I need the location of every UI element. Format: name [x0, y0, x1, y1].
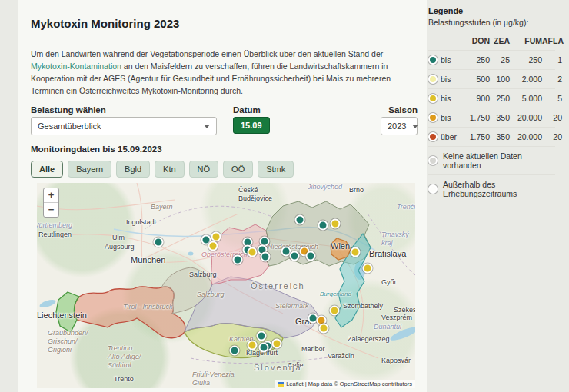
- legend-row: bis9002505.0005: [428, 89, 555, 108]
- legend-value-don: 500: [461, 75, 490, 84]
- map-label: Veszprém: [381, 314, 412, 322]
- legend-level-dot-l5: [428, 132, 438, 141]
- map-label: Brno: [349, 186, 364, 194]
- monitoring-marker-l1[interactable]: [295, 215, 305, 225]
- monitoring-marker-l3[interactable]: [248, 341, 258, 350]
- tab-bgld[interactable]: Bgld: [116, 161, 150, 178]
- saison-selected-value: 2023: [388, 121, 406, 131]
- legend-level-dot-l3: [428, 94, 438, 103]
- monitoring-marker-l1[interactable]: [306, 251, 316, 261]
- tab-ktn[interactable]: Ktn: [155, 161, 185, 178]
- monitoring-marker-l1[interactable]: [261, 252, 271, 262]
- map-regions-layer: [37, 183, 415, 388]
- monitoring-marker-l3[interactable]: [330, 306, 340, 316]
- monitoring-marker-l1[interactable]: [233, 255, 243, 265]
- monitoring-marker-l1[interactable]: [290, 251, 300, 261]
- zoom-out-button[interactable]: −: [44, 202, 58, 217]
- monitoring-marker-l1[interactable]: [230, 346, 240, 356]
- map-label: Trnavský kraj: [381, 231, 409, 247]
- intro-paragraph: Um den Landwirten während der Vegetation…: [31, 48, 415, 98]
- map-label: München: [131, 255, 165, 265]
- title-divider: [31, 32, 414, 32]
- legend-extra-label: Keine aktuellen Daten vorhanden: [443, 151, 555, 170]
- map-label: Württemberg: [37, 221, 72, 230]
- map-attribution: Leaflet | Map data © OpenStreetMap contr…: [275, 380, 415, 388]
- map-label: Friuli-Venezia Giulia: [192, 370, 235, 387]
- map-label: Zalaegerszeg: [348, 335, 390, 344]
- tab-bayern[interactable]: Bayern: [68, 161, 111, 178]
- map-label: Győr: [381, 278, 397, 287]
- attribution-text: Leaflet | Map data © OpenStreetMap contr…: [286, 380, 412, 387]
- monitoring-marker-l1[interactable]: [318, 221, 328, 231]
- belastung-label: Belastung wählen: [31, 105, 106, 115]
- legend-value-zea: 250: [490, 94, 510, 103]
- region-tirol[interactable]: [74, 287, 185, 338]
- monitoring-marker-l3[interactable]: [319, 324, 329, 334]
- monitoring-marker-l3[interactable]: [208, 241, 218, 251]
- legend-column-header: AFLA: [542, 36, 562, 45]
- legend-table: DONZEAFUMAFLAbis250252501bis5001002.0002…: [428, 35, 555, 203]
- page-title: Mykotoxin Monitoring 2023: [31, 17, 179, 30]
- map-label: Trenčiansky: [397, 203, 415, 211]
- map-label: Bayern: [151, 203, 173, 211]
- legend-title: Legende: [428, 6, 555, 15]
- map-canvas[interactable]: + − Leaflet | Map data © OpenStreetMap c…: [37, 183, 415, 388]
- zoom-in-button[interactable]: +: [44, 188, 58, 202]
- legend-qualifier: bis: [441, 94, 451, 103]
- saison-select[interactable]: 2023: [381, 117, 418, 135]
- map-label: Ulm: [112, 234, 125, 242]
- map-label: Österreich: [251, 281, 305, 291]
- monitoring-marker-l3[interactable]: [272, 339, 282, 349]
- map-label: Varaždin: [328, 352, 354, 360]
- legend-qualifier: bis: [441, 75, 451, 84]
- belastung-selected-value: Gesamtüberblick: [38, 121, 101, 131]
- legend-value-afla: 2: [542, 75, 562, 84]
- belastung-select[interactable]: Gesamtüberblick: [31, 117, 217, 135]
- legend-qualifier: bis: [441, 55, 451, 65]
- legend-subtitle: Belastungsstufen (in µg/kg):: [428, 18, 555, 27]
- legend-extra-row: Keine aktuellen Daten vorhanden: [428, 147, 555, 175]
- map-label: Bratislava: [369, 249, 406, 259]
- legend-value-fum: 20.000: [510, 113, 542, 122]
- legend-row: bis250252501: [428, 51, 555, 70]
- map-zoom-control: + −: [43, 188, 59, 218]
- saison-label: Saison: [356, 105, 418, 115]
- map-label: Trento: [114, 375, 134, 384]
- monitoring-marker-l3[interactable]: [351, 247, 361, 257]
- map-label: Maribor: [301, 345, 325, 354]
- mykotoxin-kontamination-link[interactable]: Mykotoxin-Kontamination: [31, 61, 121, 71]
- legend-header-row: DONZEAFUMAFLA: [428, 35, 555, 51]
- chevron-down-icon: [204, 125, 210, 128]
- monitoring-marker-l3[interactable]: [331, 219, 341, 229]
- chevron-down-icon: [412, 125, 418, 128]
- monitoring-marker-l1[interactable]: [154, 238, 164, 247]
- legend-level-dot-l2: [428, 75, 438, 84]
- legend-level-dot-l4: [428, 113, 438, 122]
- legend-column-header: FUM: [510, 36, 542, 45]
- map-label: Wien: [331, 241, 350, 251]
- legend-row: bis1.75035020.00020: [428, 108, 555, 128]
- map-label: Salzburg: [189, 271, 217, 279]
- monitoring-marker-l1[interactable]: [259, 343, 269, 353]
- tab-stmk[interactable]: Stmk: [258, 161, 294, 178]
- map-label: Trentino Alto Adige/ Südtirol: [108, 344, 141, 369]
- legend-level-dot-l1: [428, 55, 438, 65]
- monitoring-marker-l3[interactable]: [363, 264, 373, 274]
- tab-oö[interactable]: OÖ: [223, 161, 253, 178]
- datum-label: Datum: [233, 105, 261, 115]
- lake-bodensee: [38, 298, 56, 309]
- tab-nö[interactable]: NÖ: [189, 161, 219, 178]
- legend-level-dot-nodata: [428, 156, 438, 165]
- datum-badge[interactable]: 15.09: [233, 117, 270, 134]
- monitoring-marker-l1[interactable]: [257, 331, 267, 341]
- monitoring-marker-l3[interactable]: [248, 247, 258, 257]
- legend-qualifier: bis: [441, 113, 451, 122]
- legend-value-afla: 20: [542, 132, 562, 141]
- legend-value-zea: 350: [490, 132, 510, 141]
- legend-value-afla: 5: [542, 94, 562, 103]
- map-label: Kaposvár: [381, 357, 411, 365]
- legend-column-header: DON: [461, 36, 490, 45]
- legend-qualifier: über: [441, 132, 457, 141]
- legend-value-fum: 250: [510, 55, 542, 65]
- tab-alle[interactable]: Alle: [31, 161, 63, 178]
